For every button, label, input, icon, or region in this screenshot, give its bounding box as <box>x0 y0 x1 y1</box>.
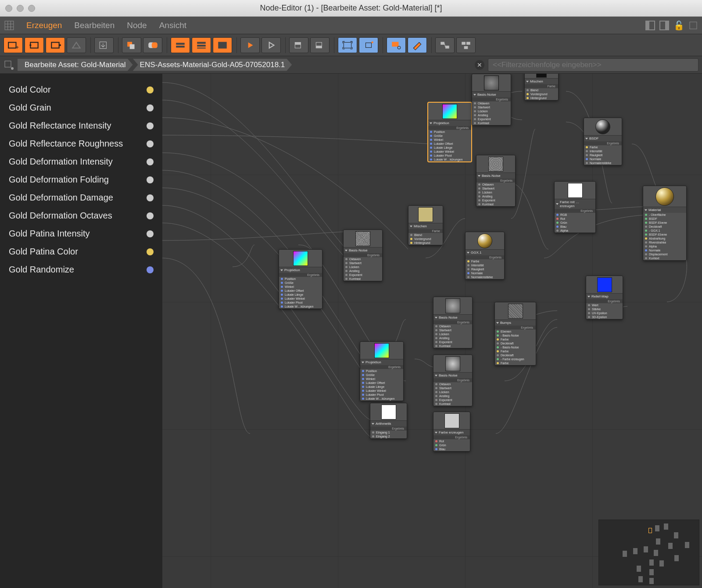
node-basisnoise-4[interactable]: Basis-Noise Ergebnis Oktaven Startwert L… <box>433 297 473 348</box>
tool-add-node[interactable]: + <box>4 37 23 53</box>
svg-point-5 <box>29 44 31 46</box>
svg-rect-33 <box>5 61 11 67</box>
menu-erzeugen[interactable]: Erzeugen <box>26 21 62 30</box>
grid-icon[interactable] <box>4 21 14 30</box>
tool-snap-2[interactable] <box>456 37 476 53</box>
node-projektion-2[interactable]: Projektion Ergebnis Position Größe Winke… <box>279 249 322 309</box>
tool-brush[interactable] <box>408 37 427 53</box>
panel-right-icon[interactable] <box>659 21 669 30</box>
param-gold-randomize[interactable]: Gold Randomize <box>9 261 154 279</box>
svg-text:+: + <box>15 43 19 50</box>
param-gold-reflectance-intensity[interactable]: Gold Reflectance Intensity <box>9 117 154 135</box>
svg-rect-16 <box>197 44 206 46</box>
node-projektion-3[interactable]: Projektion Ergebnis Position Größe Winke… <box>360 341 404 401</box>
param-gold-grain[interactable]: Gold Grain <box>9 99 154 117</box>
node-mischen-2[interactable]: Mischen Farbe Blend Vordergrund Hintergr… <box>408 205 443 245</box>
node-ggx1[interactable]: GGX.1 Ergebnis Farbe Intensität Rauigkei… <box>465 232 505 280</box>
svg-rect-15 <box>197 42 206 43</box>
svg-rect-23 <box>344 42 351 48</box>
breadcrumb-1[interactable]: Bearbeite Asset: Gold-Material <box>18 59 133 71</box>
tool-node-in[interactable] <box>25 37 44 53</box>
param-gold-deformation-damage[interactable]: Gold Deformation Damage <box>9 189 154 207</box>
svg-rect-28 <box>441 42 444 45</box>
svg-rect-10 <box>130 44 135 49</box>
svg-rect-17 <box>197 47 206 48</box>
svg-rect-13 <box>176 43 185 44</box>
svg-rect-32 <box>464 46 468 49</box>
param-gold-deformation-octaves[interactable]: Gold Deformation Octaves <box>9 207 154 225</box>
svg-rect-2 <box>8 42 16 48</box>
tool-preview[interactable] <box>387 37 406 53</box>
tool-node-out[interactable] <box>46 37 65 53</box>
tool-import[interactable] <box>94 37 114 53</box>
zoom-icon[interactable] <box>28 5 35 12</box>
node-bumps[interactable]: Bumps Ergebnis Ebenen - Basis-Noise Farb… <box>494 302 536 366</box>
param-gold-color[interactable]: Gold Color <box>9 81 154 99</box>
svg-point-27 <box>398 46 401 49</box>
node-basisnoise-2[interactable]: Basis-Noise Ergebnis Oktaven Startwert L… <box>476 155 516 207</box>
close-icon[interactable] <box>5 5 12 12</box>
node-mischen-1[interactable]: Mischen Farbe Blend Vordergrund Hintergr… <box>524 74 559 100</box>
tool-snap-1[interactable] <box>435 37 455 53</box>
svg-rect-24 <box>366 43 372 47</box>
node-graph[interactable]: Projektion Ergebnis Position Größe Winke… <box>162 74 702 588</box>
tool-triangle[interactable] <box>67 37 86 53</box>
param-gold-reflectance-roughness[interactable]: Gold Reflectance Roughness <box>9 135 154 153</box>
param-gold-patina-intensity[interactable]: Gold Patina Intensity <box>9 225 154 243</box>
svg-rect-6 <box>51 42 59 48</box>
node-projektion-1[interactable]: Projektion Ergebnis Position Größe Winke… <box>428 102 472 162</box>
tool-layers-2[interactable] <box>143 37 162 53</box>
tool-layers-1[interactable] <box>122 37 141 53</box>
tool-collapse-2[interactable] <box>310 37 330 53</box>
menu-bearbeiten[interactable]: Bearbeiten <box>74 21 115 30</box>
panel-left-icon[interactable] <box>645 21 655 30</box>
node-farbe-mit[interactable]: Farbe mit … erzeugen Ergebnis RGB Rot Gr… <box>554 181 596 233</box>
menu-ansicht[interactable]: Ansicht <box>159 21 186 30</box>
tool-align-1[interactable] <box>171 37 190 53</box>
settings-icon[interactable] <box>689 21 698 30</box>
tool-frame-2[interactable] <box>359 37 378 53</box>
svg-rect-12 <box>152 42 158 48</box>
node-arithmetik[interactable]: Arithmetik Ergebnis Eingang 1 Eingang 2 <box>370 403 407 439</box>
menu-node[interactable]: Node <box>127 21 147 30</box>
svg-point-7 <box>59 44 61 46</box>
clear-filter-icon[interactable]: ✕ <box>475 60 484 70</box>
tool-collapse-1[interactable] <box>289 37 308 53</box>
svg-rect-22 <box>316 46 322 48</box>
node-root-icon[interactable] <box>4 60 14 70</box>
svg-rect-18 <box>218 42 227 48</box>
tool-frame-1[interactable] <box>338 37 357 53</box>
tool-play-outline[interactable] <box>261 37 281 53</box>
node-basisnoise-3[interactable]: Basis-Noise Ergebnis Oktaven Startwert L… <box>343 229 383 281</box>
svg-point-25 <box>372 41 373 43</box>
parameter-sidebar: Gold Color Gold Grain Gold Reflectance I… <box>0 74 162 588</box>
tool-align-2[interactable] <box>192 37 211 53</box>
node-bsdf[interactable]: BSDF Ergebnis Farbe Intensität Rauigkeit… <box>584 118 622 165</box>
toolbar: + <box>0 34 702 56</box>
node-reliefmap[interactable]: Relief-Map Ergebnis Wert Stärke UV-Epsil… <box>586 276 623 319</box>
node-basisnoise-1[interactable]: Basis-Noise Ergebnis Oktaven Startwert L… <box>472 74 511 125</box>
param-gold-deformation-intensity[interactable]: Gold Deformation Intensity <box>9 153 154 171</box>
tool-align-3[interactable] <box>213 37 232 53</box>
svg-rect-0 <box>5 21 14 30</box>
breadcrumb-2[interactable]: ENS-Assets-Material-Gold-A05-07052018.1 <box>133 59 292 71</box>
svg-rect-30 <box>462 42 466 45</box>
node-material[interactable]: Material - Oberfläche BSDF BSDF-Ebene De… <box>643 186 687 261</box>
filter-input[interactable] <box>488 58 698 72</box>
minimize-icon[interactable] <box>17 5 24 12</box>
svg-rect-1 <box>690 22 697 29</box>
tool-play[interactable] <box>240 37 260 53</box>
window-title: Node-Editor (1) - [Bearbeite Asset: Gold… <box>0 4 702 13</box>
svg-rect-31 <box>466 42 470 45</box>
node-farbe-erzeugen[interactable]: Farbe erzeugen Ergebnis Rot Grün Blau <box>433 412 470 452</box>
minimap[interactable] <box>598 520 699 585</box>
param-gold-patina-color[interactable]: Gold Patina Color <box>9 243 154 261</box>
lock-icon[interactable]: 🔓 <box>673 20 684 31</box>
param-gold-deformation-folding[interactable]: Gold Deformation Folding <box>9 171 154 189</box>
svg-rect-14 <box>176 46 185 47</box>
node-basisnoise-5[interactable]: Basis-Noise Ergebnis Oktaven Startwert L… <box>433 355 473 406</box>
menu-bar: Erzeugen Bearbeiten Node Ansicht 🔓 <box>0 17 702 34</box>
traffic-lights <box>5 5 35 12</box>
window-titlebar: Node-Editor (1) - [Bearbeite Asset: Gold… <box>0 0 702 17</box>
svg-rect-4 <box>30 42 38 48</box>
